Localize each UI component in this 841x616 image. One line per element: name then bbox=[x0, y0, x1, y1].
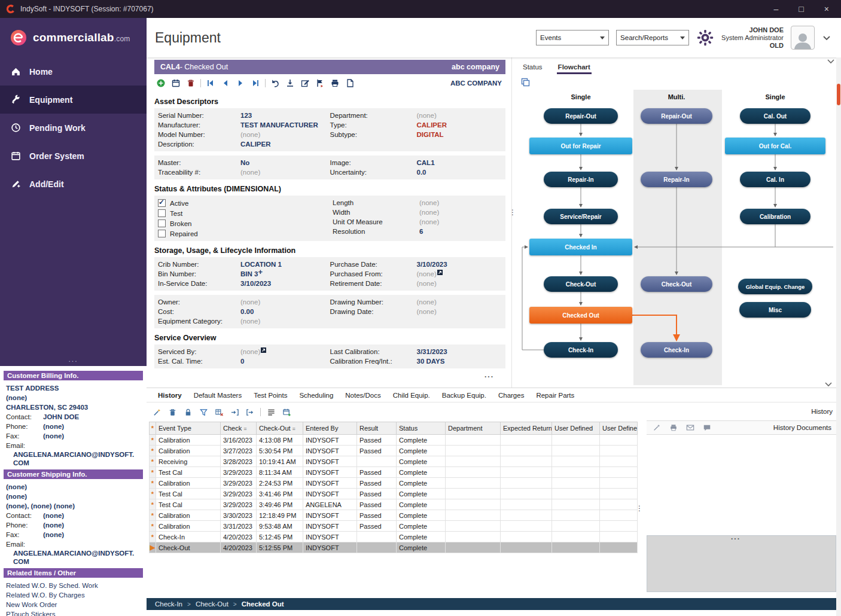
flow-node-repair-in-multi[interactable]: Repair-In bbox=[641, 172, 712, 187]
col-check-out[interactable]: Check-Out≡ bbox=[257, 422, 303, 435]
tab-notes-docs[interactable]: Notes/Docs bbox=[340, 390, 386, 401]
flow-node-repair-in-single[interactable]: Repair-In bbox=[544, 172, 618, 187]
col-entered-by[interactable]: Entered By bbox=[303, 422, 357, 435]
active-checkbox[interactable] bbox=[158, 199, 166, 207]
tab-default-masters[interactable]: Default Masters bbox=[188, 390, 248, 401]
flow-node-out-for-repair[interactable]: Out for Repair bbox=[529, 138, 632, 154]
collapse-bottom-chevron-icon[interactable] bbox=[824, 382, 833, 388]
search-reports-dropdown[interactable]: Search/Reports bbox=[616, 30, 689, 45]
table-row[interactable]: * Check-In 4/20/2023 5:12:45 PM INDYSOFT… bbox=[150, 532, 638, 542]
flow-node-check-out-multi[interactable]: Check-Out bbox=[641, 276, 712, 292]
flow-node-misc[interactable]: Misc bbox=[739, 302, 811, 318]
table-row[interactable]: * Calibration 3/16/2023 4:13:08 PM INDYS… bbox=[150, 435, 638, 446]
vertical-scrollbar[interactable] bbox=[836, 57, 841, 616]
tab-repair-parts[interactable]: Repair Parts bbox=[531, 390, 580, 401]
breadcrumb-check-out[interactable]: Check-Out bbox=[196, 600, 228, 608]
tab-test-points[interactable]: Test Points bbox=[248, 390, 292, 401]
lock-edit-button[interactable] bbox=[182, 407, 193, 417]
table-row[interactable]: ▶ Check-Out 4/20/2023 5:12:55 PM INDYSOF… bbox=[150, 542, 638, 553]
schedule-button[interactable] bbox=[170, 78, 181, 89]
table-row[interactable]: * Calibration 3/31/2023 9:53:48 AM INDYS… bbox=[150, 521, 638, 532]
checkout-flag-button[interactable] bbox=[315, 78, 325, 89]
copy-flowchart-icon[interactable] bbox=[521, 78, 530, 89]
add-button[interactable] bbox=[156, 78, 166, 89]
chevron-down-icon[interactable] bbox=[822, 33, 831, 42]
tab-child-equip[interactable]: Child Equip. bbox=[388, 390, 435, 401]
col-expected-return[interactable]: Expected Return bbox=[501, 422, 552, 435]
close-button[interactable]: × bbox=[824, 4, 829, 14]
docs-splitter-grip[interactable]: ... bbox=[731, 533, 741, 541]
tab-backup-equip[interactable]: Backup Equip. bbox=[437, 390, 492, 401]
first-record-button[interactable] bbox=[205, 78, 216, 89]
table-row[interactable]: * Test Cal 3/29/2023 3:49:46 PM ANGELENA… bbox=[150, 499, 638, 510]
broken-checkbox[interactable] bbox=[158, 219, 166, 227]
related-link[interactable]: New Work Order bbox=[4, 600, 143, 609]
column-splitter-grip[interactable]: ⋮ bbox=[509, 208, 516, 216]
flow-node-cal-out[interactable]: Cal. Out bbox=[740, 108, 810, 124]
flow-node-out-for-cal[interactable]: Out for Cal. bbox=[725, 138, 825, 154]
related-link[interactable]: Related W.O. By Sched. Work bbox=[4, 581, 143, 590]
col-check[interactable]: Check≡ bbox=[221, 422, 257, 435]
delete-row-button[interactable] bbox=[167, 407, 178, 417]
shipping-email-value[interactable]: ANGELENA.MARCIANO@INDYSOFT.COM bbox=[4, 549, 138, 566]
flow-node-check-in-multi[interactable]: Check-In bbox=[641, 342, 712, 358]
sidebar-item-add-edit[interactable]: Add/Edit bbox=[0, 170, 147, 198]
document-button[interactable] bbox=[345, 78, 355, 89]
col-result[interactable]: Result bbox=[357, 422, 397, 435]
repaired-checkbox[interactable] bbox=[158, 230, 166, 237]
test-checkbox[interactable] bbox=[158, 209, 166, 217]
next-record-button[interactable] bbox=[235, 78, 246, 89]
avatar[interactable] bbox=[791, 26, 815, 50]
flow-node-global-equip-change[interactable]: Global Equip. Change bbox=[738, 279, 812, 294]
table-splitter-grip[interactable]: ⋮ bbox=[636, 504, 643, 513]
table-row[interactable]: * Test Cal 3/29/2023 3:41:46 PM INDYSOFT… bbox=[150, 489, 638, 499]
flow-node-repair-out-multi[interactable]: Repair-Out bbox=[641, 108, 712, 124]
minimize-button[interactable]: – bbox=[774, 4, 779, 14]
sidebar-item-home[interactable]: Home bbox=[0, 57, 147, 86]
prev-record-button[interactable] bbox=[220, 78, 231, 89]
filter-button[interactable] bbox=[198, 407, 209, 417]
horizontal-splitter-grip[interactable]: ... bbox=[485, 371, 494, 379]
breadcrumb-check-in[interactable]: Check-In bbox=[155, 600, 182, 608]
tab-history[interactable]: History bbox=[153, 390, 187, 401]
docs-print-button[interactable] bbox=[668, 422, 679, 433]
scrollbar-thumb[interactable] bbox=[837, 84, 840, 105]
flow-node-checked-out[interactable]: Checked Out bbox=[529, 307, 632, 324]
sidebar-resize-grip[interactable]: ... bbox=[0, 355, 147, 366]
maximize-button[interactable]: □ bbox=[799, 4, 803, 14]
sidebar-item-pending-work[interactable]: Pending Work bbox=[0, 114, 147, 142]
col-department[interactable]: Department bbox=[446, 422, 501, 435]
remove-column-button[interactable] bbox=[214, 407, 224, 417]
docs-comment-button[interactable] bbox=[702, 422, 712, 433]
tab-charges[interactable]: Charges bbox=[493, 390, 529, 401]
edit-button[interactable] bbox=[300, 78, 310, 89]
flow-node-check-out-single[interactable]: Check-Out bbox=[544, 276, 618, 292]
col-user-defined[interactable]: User Defined bbox=[552, 422, 600, 435]
lookup-icon[interactable] bbox=[437, 269, 443, 279]
add-bin-button[interactable]: + bbox=[258, 269, 263, 279]
lookup-icon[interactable] bbox=[260, 347, 267, 356]
undo-button[interactable] bbox=[270, 78, 281, 89]
tab-scheduling[interactable]: Scheduling bbox=[294, 390, 339, 401]
table-row[interactable]: * Test Cal 3/29/2023 8:11:34 AM INDYSOFT… bbox=[150, 467, 638, 478]
col-event-type[interactable]: Event Type bbox=[156, 422, 221, 435]
billing-email-value[interactable]: ANGELENA.MARCIANO@INDYSOFT.COM bbox=[4, 450, 138, 467]
import-row-button[interactable] bbox=[229, 407, 240, 417]
flow-node-service-repair[interactable]: Service/Repair bbox=[544, 209, 618, 224]
related-link[interactable]: PTouch Stickers bbox=[4, 609, 143, 616]
wand-button[interactable] bbox=[151, 407, 162, 417]
table-row[interactable]: * Calibration 3/29/2023 2:24:53 PM INDYS… bbox=[150, 478, 638, 489]
table-row[interactable]: * Receiving 3/28/2023 10:19:41 AM INDYSO… bbox=[150, 456, 638, 467]
related-link[interactable]: Related W.O. By Charges bbox=[4, 590, 143, 600]
flow-node-calibration[interactable]: Calibration bbox=[740, 209, 810, 224]
calendar-add-button[interactable] bbox=[281, 407, 292, 417]
export-row-button[interactable] bbox=[245, 407, 255, 417]
flow-node-cal-in[interactable]: Cal. In bbox=[740, 172, 810, 187]
collapse-flow-chevron-icon[interactable] bbox=[827, 59, 835, 65]
table-row[interactable]: * Calibration 3/30/2023 12:18:49 PM INDY… bbox=[150, 510, 638, 521]
flow-node-checked-in[interactable]: Checked In bbox=[529, 239, 632, 255]
table-row[interactable]: * Calibration 3/27/2023 5:30:54 PM INDYS… bbox=[150, 446, 638, 456]
delete-button[interactable] bbox=[185, 78, 196, 89]
tab-status[interactable]: Status bbox=[522, 61, 544, 74]
export-button[interactable] bbox=[285, 78, 295, 89]
